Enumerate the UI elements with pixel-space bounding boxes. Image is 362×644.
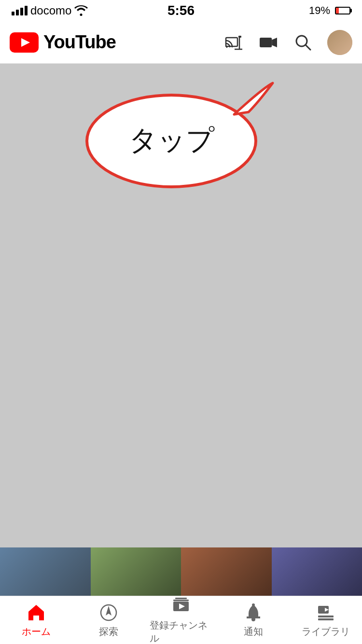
app-header: YouTube: [0, 21, 362, 64]
status-left: docomo: [12, 4, 88, 17]
nav-item-explore[interactable]: 探索: [77, 602, 140, 638]
thumbnail-4: [272, 547, 362, 596]
svg-rect-23: [318, 618, 334, 620]
bottom-nav: ホーム 探索 登録チャンネル: [0, 596, 362, 644]
camera-button[interactable]: [258, 32, 279, 53]
search-button[interactable]: [292, 32, 314, 53]
bottom-thumbnails: [0, 547, 362, 596]
thumbnail-1: [0, 547, 91, 596]
subscriptions-icon: [170, 596, 192, 617]
svg-rect-6: [260, 38, 272, 47]
subscriptions-label: 登録チャンネル: [150, 619, 212, 644]
svg-text:タップ: タップ: [129, 124, 215, 155]
nav-item-home[interactable]: ホーム: [5, 602, 68, 638]
nav-item-notifications[interactable]: 通知: [222, 602, 285, 638]
notifications-icon: [243, 602, 264, 623]
svg-rect-17: [175, 598, 187, 599]
signal-bar-3: [20, 8, 23, 15]
speech-bubble-svg: タップ: [80, 78, 282, 194]
notifications-label: 通知: [244, 625, 263, 638]
svg-marker-13: [106, 606, 111, 616]
status-right: 19%: [309, 4, 350, 17]
explore-icon: [98, 602, 119, 623]
library-icon: [315, 602, 336, 623]
home-icon: [26, 602, 47, 623]
library-label: ライブラリ: [302, 625, 350, 638]
thumbnail-3: [181, 547, 272, 596]
svg-rect-16: [173, 600, 189, 601]
header-icons: [223, 30, 352, 55]
svg-point-19: [252, 603, 255, 606]
youtube-logo-icon: [10, 32, 39, 53]
battery-icon: [335, 7, 350, 14]
svg-marker-7: [272, 38, 277, 47]
svg-rect-22: [318, 616, 334, 617]
app-name: YouTube: [43, 32, 116, 53]
logo-area: YouTube: [10, 32, 223, 53]
nav-item-subscriptions[interactable]: 登録チャンネル: [150, 596, 212, 644]
svg-rect-3: [238, 36, 241, 38]
svg-point-18: [251, 617, 255, 621]
carrier-text: docomo: [30, 4, 71, 17]
status-bar: docomo 5:56 19%: [0, 0, 362, 21]
cast-button[interactable]: [223, 32, 244, 53]
signal-bar-2: [16, 10, 19, 15]
home-label: ホーム: [22, 625, 51, 638]
explore-label: 探索: [99, 625, 118, 638]
signal-bar-1: [12, 12, 14, 15]
battery-percentage: 19%: [309, 4, 330, 17]
thumbnail-2: [91, 547, 181, 596]
time-display: 5:56: [167, 3, 195, 18]
profile-avatar[interactable]: [327, 30, 352, 55]
wifi-icon: [74, 5, 88, 16]
signal-bar-4: [25, 6, 28, 15]
svg-line-9: [306, 45, 310, 50]
signal-bars: [12, 6, 28, 15]
main-content[interactable]: タップ: [0, 64, 362, 596]
nav-item-library[interactable]: ライブラリ: [294, 602, 357, 638]
annotation-overlay: タップ: [80, 78, 282, 194]
